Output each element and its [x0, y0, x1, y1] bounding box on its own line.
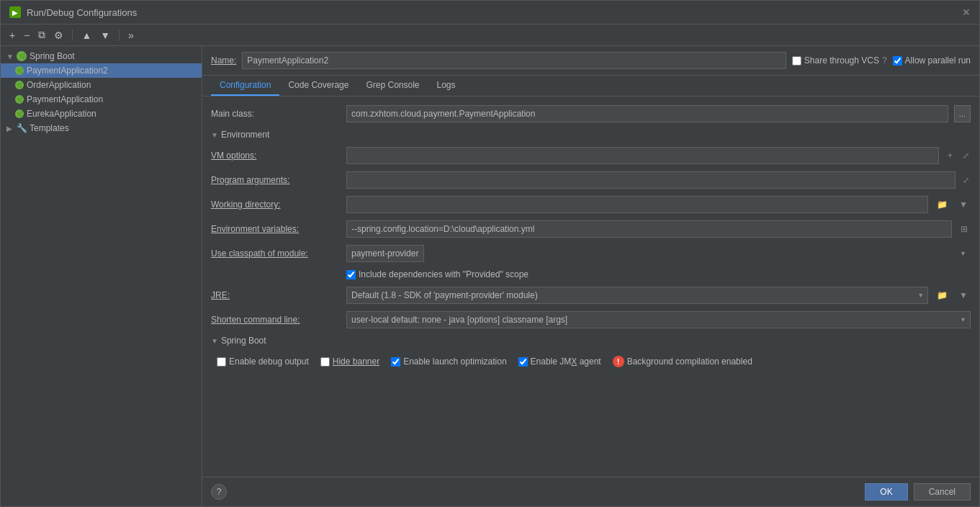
jre-folder-btn[interactable]: 📁: [934, 289, 950, 302]
main-class-more-btn[interactable]: ...: [954, 105, 971, 122]
env-vars-input[interactable]: [346, 220, 952, 238]
springboot-collapse-arrow[interactable]: ▼: [211, 337, 218, 345]
classpath-select[interactable]: payment-provider: [346, 245, 424, 262]
share-vcs-help-icon: ?: [882, 55, 887, 66]
working-dir-input[interactable]: [346, 196, 928, 213]
share-vcs-checkbox-label[interactable]: Share through VCS ?: [792, 55, 887, 66]
program-args-expand-btn[interactable]: ⤢: [961, 174, 971, 187]
vm-options-input[interactable]: [346, 147, 939, 164]
tab-configuration[interactable]: Configuration: [211, 76, 279, 96]
environment-collapse-arrow[interactable]: ▼: [211, 131, 218, 139]
vm-options-label: VM options:: [211, 151, 341, 161]
sidebar-item-eureka-app[interactable]: 🌿 EurekaApplication: [1, 107, 202, 121]
include-deps-checkbox[interactable]: [346, 270, 356, 279]
settings-button[interactable]: ⚙: [51, 28, 66, 42]
jre-select-wrapper: Default (1.8 - SDK of 'payment-provider'…: [346, 287, 928, 304]
classpath-select-wrapper: payment-provider: [346, 245, 971, 262]
title-bar-left: ▶ Run/Debug Configurations: [9, 6, 137, 18]
main-content: ▼ 🌿 Spring Boot 🌿 PaymentApplication2 🌿 …: [1, 46, 979, 506]
sidebar-templates-label: Templates: [30, 123, 69, 133]
sidebar-item-payment-app[interactable]: 🌿 PaymentApplication: [1, 92, 202, 107]
jre-dropdown-btn[interactable]: ▼: [956, 289, 971, 302]
main-class-input[interactable]: [346, 105, 948, 122]
sidebar-item-spring-boot-group[interactable]: ▼ 🌿 Spring Boot: [1, 49, 202, 63]
add-button[interactable]: +: [6, 28, 18, 42]
jre-select[interactable]: Default (1.8 - SDK of 'payment-provider'…: [346, 287, 928, 304]
allow-parallel-checkbox-label[interactable]: Allow parallel run: [893, 55, 971, 66]
more-button[interactable]: »: [125, 28, 137, 42]
sidebar-item-label-payment2: PaymentApplication2: [27, 66, 108, 76]
program-args-input[interactable]: [346, 171, 956, 189]
cancel-button[interactable]: Cancel: [914, 483, 971, 501]
ok-button[interactable]: OK: [865, 483, 907, 501]
name-row-right: Share through VCS ? Allow parallel run: [792, 55, 971, 66]
include-deps-row: Include dependencies with "Provided" sco…: [346, 269, 971, 279]
payment-app-icon: 🌿: [15, 95, 24, 104]
jre-row: JRE: Default (1.8 - SDK of 'payment-prov…: [211, 287, 971, 304]
copy-button[interactable]: ⧉: [35, 27, 48, 42]
help-button[interactable]: ?: [211, 484, 227, 500]
remove-button[interactable]: −: [21, 28, 32, 42]
share-vcs-label: Share through VCS: [804, 55, 879, 66]
env-vars-edit-btn[interactable]: ⊞: [958, 223, 971, 235]
name-row: Name: Share through VCS ? Allow parallel…: [202, 46, 979, 76]
debug-output-checkbox-label[interactable]: Enable debug output: [217, 356, 309, 367]
classpath-label: Use classpath of module:: [211, 248, 341, 259]
vm-options-expand-btn[interactable]: ⤢: [961, 150, 971, 162]
sidebar-item-label-eureka: EurekaApplication: [27, 109, 96, 119]
sidebar-item-order-app[interactable]: 🌿 OrderApplication: [1, 78, 202, 92]
springboot-section-header: ▼ Spring Boot: [211, 336, 971, 346]
hide-banner-checkbox[interactable]: [320, 357, 330, 367]
working-dir-folder-btn[interactable]: 📁: [934, 198, 950, 211]
working-dir-dropdown-btn[interactable]: ▼: [956, 198, 971, 211]
main-class-label: Main class:: [211, 109, 341, 119]
sidebar-spring-boot-label: Spring Boot: [30, 51, 75, 61]
tab-code-coverage[interactable]: Code Coverage: [279, 76, 357, 96]
sidebar-item-payment-app2[interactable]: 🌿 PaymentApplication2: [1, 63, 202, 78]
sidebar: ▼ 🌿 Spring Boot 🌿 PaymentApplication2 🌿 …: [1, 46, 202, 506]
dialog-title: Run/Debug Configurations: [27, 7, 137, 18]
env-vars-row: Environment variables: ⊞: [211, 220, 971, 238]
title-bar: ▶ Run/Debug Configurations ✕: [1, 1, 979, 24]
main-toolbar: + − ⧉ ⚙ ▲ ▼ »: [1, 24, 979, 46]
tab-grep-console[interactable]: Grep Console: [357, 76, 428, 96]
shorten-select[interactable]: user-local default: none - java [options…: [346, 311, 971, 328]
expand-arrow-spring-boot: ▼: [6, 53, 14, 60]
name-input[interactable]: [242, 52, 786, 69]
sidebar-item-label-payment: PaymentApplication: [27, 94, 103, 104]
sidebar-item-templates[interactable]: ▶ 🔧 Templates: [1, 121, 202, 135]
tab-logs[interactable]: Logs: [428, 76, 464, 96]
close-button[interactable]: ✕: [962, 6, 971, 18]
launch-opt-checkbox[interactable]: [391, 357, 400, 367]
run-debug-dialog: ▶ Run/Debug Configurations ✕ + − ⧉ ⚙ ▲ ▼…: [0, 0, 980, 507]
sidebar-item-label-order: OrderApplication: [27, 80, 91, 90]
bg-compile-error-icon: !: [613, 356, 624, 367]
launch-opt-label: Enable launch optimization: [403, 356, 506, 367]
bottom-left: ?: [211, 484, 227, 500]
launch-opt-checkbox-label[interactable]: Enable launch optimization: [391, 356, 506, 367]
eureka-app-icon: 🌿: [15, 109, 24, 118]
environment-section-header: ▼ Environment: [211, 130, 971, 140]
tab-bar: Configuration Code Coverage Grep Console…: [202, 76, 979, 97]
debug-output-checkbox[interactable]: [217, 357, 226, 367]
environment-section-title: Environment: [221, 130, 269, 140]
shorten-cmd-label: Shorten command line:: [211, 315, 341, 325]
share-vcs-checkbox[interactable]: [792, 56, 801, 66]
working-dir-row: Working directory: 📁 ▼: [211, 196, 971, 213]
debug-output-label: Enable debug output: [229, 356, 309, 367]
main-class-row: Main class: ...: [211, 105, 971, 122]
move-down-button[interactable]: ▼: [97, 28, 113, 42]
jmx-agent-label: Enable JMX agent: [531, 356, 601, 367]
hide-banner-checkbox-label[interactable]: Hide banner: [320, 356, 379, 367]
allow-parallel-checkbox[interactable]: [893, 56, 902, 66]
jmx-agent-checkbox-label[interactable]: Enable JMX agent: [518, 356, 601, 367]
order-app-icon: 🌿: [15, 81, 24, 89]
vm-options-add-btn[interactable]: +: [945, 149, 956, 162]
jmx-agent-checkbox[interactable]: [518, 357, 528, 367]
program-args-label: Program arguments:: [211, 175, 341, 185]
bg-compile-item: ! Background compilation enabled: [613, 356, 752, 367]
move-up-button[interactable]: ▲: [78, 28, 94, 42]
program-args-row: Program arguments: ⤢: [211, 171, 971, 189]
springboot-section-title: Spring Boot: [221, 336, 266, 346]
include-deps-checkbox-label[interactable]: Include dependencies with "Provided" sco…: [346, 269, 529, 279]
